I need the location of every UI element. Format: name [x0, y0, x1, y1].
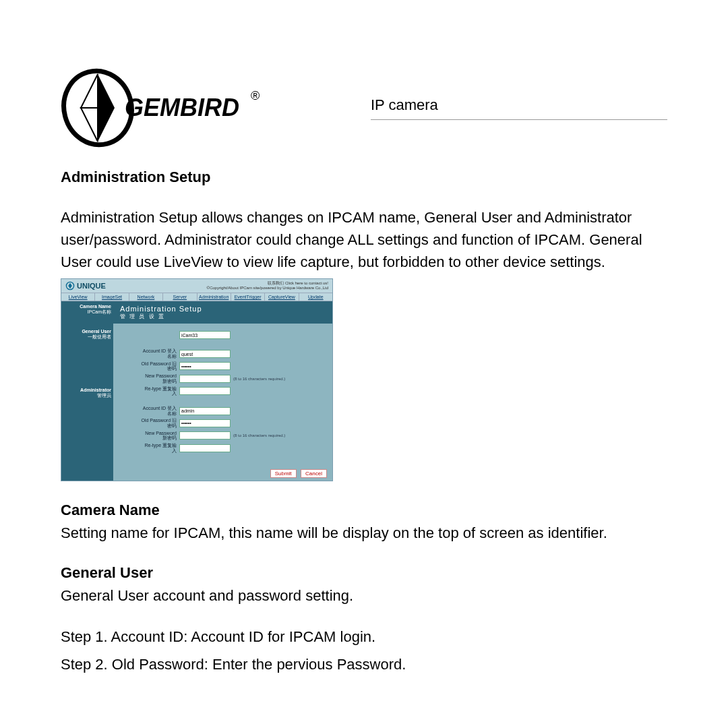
label-guest-newpw: New Password 新密码: [140, 373, 177, 384]
svg-text:®: ®: [251, 89, 260, 102]
side-general-user-en: General User: [63, 329, 111, 334]
label-admin-oldpw: Old Password 旧密码: [140, 418, 177, 428]
tab-liveview[interactable]: LiveView: [61, 293, 95, 301]
panel-subtitle: 管 理 员 设 置: [120, 313, 326, 320]
unique-logo-icon: [65, 281, 75, 291]
side-admin-zh: 管理员: [63, 392, 111, 399]
side-admin-en: Administrator: [63, 388, 111, 392]
brand-text: GEMBIRD: [125, 94, 239, 121]
label-admin-retype: Re-type 重复输入: [140, 443, 177, 453]
hint-admin-newpw: (8 to 16 characters required.): [233, 433, 285, 437]
general-user-body: General User account and password settin…: [61, 584, 667, 607]
general-user-heading: General User: [61, 564, 667, 582]
title-divider: [371, 119, 667, 120]
camera-name-heading: Camera Name: [61, 502, 667, 519]
svg-marker-1: [98, 74, 115, 142]
tab-administration[interactable]: Administration: [198, 293, 231, 301]
label-guest-retype: Re-type 重复输入: [140, 386, 177, 396]
page-title: IP camera: [371, 96, 667, 119]
camera-name-body: Setting name for IPCAM, this name will b…: [61, 522, 667, 544]
brand-logo: GEMBIRD ®: [61, 67, 263, 148]
hint-guest-newpw: (8 to 16 characters required.): [233, 377, 285, 381]
page-header: GEMBIRD ® IP camera: [61, 67, 667, 148]
label-admin-newpw: New Password 新密码: [140, 431, 177, 441]
tab-update[interactable]: Update: [299, 293, 332, 301]
tab-captureview[interactable]: CaptureView: [265, 293, 299, 301]
tab-imageset[interactable]: ImageSet: [95, 293, 129, 301]
section-heading: Administration Setup: [61, 169, 667, 186]
input-guest-oldpw[interactable]: [179, 362, 231, 370]
admin-setup-screenshot: UNIQUE 联系我们 Click here to contact us! ©C…: [61, 278, 333, 481]
label-guest-account: Account ID 登入名称: [140, 348, 177, 359]
input-guest-newpw[interactable]: [179, 375, 231, 383]
screenshot-topmsg-1: 联系我们 Click here to contact us!: [206, 281, 328, 286]
input-guest-retype[interactable]: [179, 387, 231, 395]
label-guest-oldpw: Old Password 旧密码: [140, 361, 177, 371]
side-camera-name-zh: IPCam名称: [63, 309, 111, 315]
general-user-step2: Step 2. Old Password: Enter the pervious…: [61, 653, 667, 675]
label-admin-account: Account ID 登入名称: [140, 406, 177, 416]
submit-button[interactable]: Submit: [270, 469, 297, 478]
tab-server[interactable]: Server: [163, 293, 197, 301]
side-general-user-zh: 一般使用者: [63, 334, 111, 340]
screenshot-brand: UNIQUE: [77, 282, 106, 290]
side-camera-name-en: Camera Name: [63, 304, 111, 309]
panel-title: Administration Setup: [120, 305, 326, 313]
general-user-step1: Step 1. Account ID: Account ID for IPCAM…: [61, 626, 667, 648]
input-admin-oldpw[interactable]: [179, 419, 231, 427]
input-admin-retype[interactable]: [179, 444, 231, 452]
screenshot-tabs: LiveView ImageSet Network Server Adminis…: [61, 293, 332, 301]
svg-marker-3: [81, 108, 98, 142]
svg-marker-2: [81, 74, 98, 108]
tab-network[interactable]: Network: [129, 293, 163, 301]
input-camera-name[interactable]: [179, 331, 231, 339]
input-admin-account[interactable]: [179, 407, 231, 415]
cancel-button[interactable]: Cancel: [301, 469, 327, 478]
screenshot-topmsg-2: ©Copyright/About IPCam site/powered by U…: [206, 286, 328, 291]
input-guest-account[interactable]: [179, 350, 231, 358]
input-admin-newpw[interactable]: [179, 431, 231, 439]
tab-eventtrigger[interactable]: EventTrigger: [231, 293, 265, 301]
intro-paragraph: Administration Setup allows changes on I…: [61, 206, 667, 273]
